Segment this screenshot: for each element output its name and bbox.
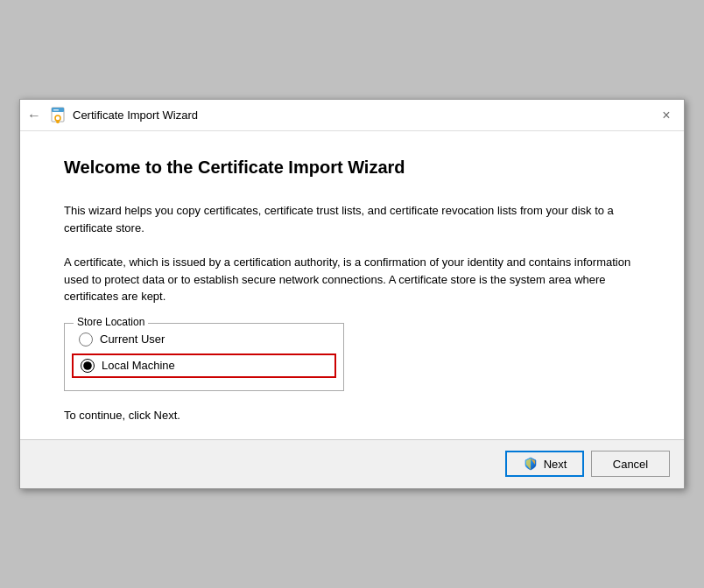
continue-text: To continue, click Next.: [64, 409, 640, 422]
current-user-option[interactable]: Current User: [79, 332, 329, 346]
local-machine-option[interactable]: Local Machine: [81, 359, 327, 373]
current-user-radio[interactable]: [79, 332, 93, 346]
next-label: Next: [544, 458, 567, 471]
description-2: A certificate, which is issued by a cert…: [64, 254, 640, 305]
description-1: This wizard helps you copy certificates,…: [64, 202, 640, 236]
wizard-window: ← Certificate Import Wizard × Welcome to…: [19, 99, 685, 489]
store-location-legend: Store Location: [74, 316, 148, 328]
svg-rect-5: [53, 109, 59, 111]
local-machine-label: Local Machine: [102, 359, 175, 372]
back-button[interactable]: ←: [27, 108, 41, 123]
cert-icon: [50, 107, 67, 124]
wizard-heading: Welcome to the Certificate Import Wizard: [64, 158, 640, 178]
shield-icon: [523, 456, 539, 472]
window-title: Certificate Import Wizard: [73, 108, 198, 122]
current-user-label: Current User: [100, 332, 165, 346]
store-location-group: Store Location Current User Local Machin…: [64, 323, 344, 391]
title-bar-left: ← Certificate Import Wizard: [27, 107, 198, 124]
cancel-button[interactable]: Cancel: [591, 451, 670, 477]
content-area: Welcome to the Certificate Import Wizard…: [20, 131, 684, 439]
title-bar: ← Certificate Import Wizard ×: [20, 100, 684, 131]
footer: Next Cancel: [20, 439, 684, 488]
local-machine-radio[interactable]: [81, 359, 95, 373]
local-machine-row: Local Machine: [72, 354, 336, 378]
next-button[interactable]: Next: [505, 451, 584, 477]
cancel-label: Cancel: [613, 458, 648, 471]
close-button[interactable]: ×: [656, 105, 677, 126]
